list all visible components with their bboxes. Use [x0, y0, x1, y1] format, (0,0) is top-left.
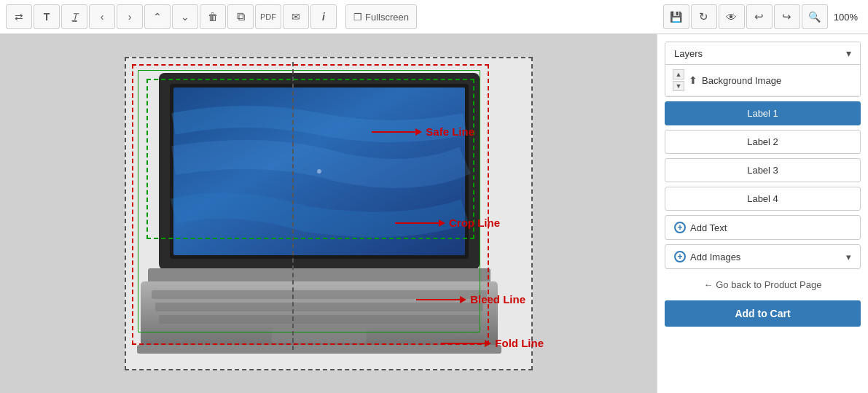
right-panel: Layers ▾ ▲ ▼ ⬆ Background Image Label 1 [657, 34, 868, 393]
bleed-line-annotation: Bleed Line [416, 293, 525, 306]
save-button[interactable]: 💾 [663, 4, 689, 29]
svg-rect-9 [272, 327, 367, 343]
arrow-down-button[interactable]: ⌄ [172, 4, 198, 29]
add-images-left: + Add Images [674, 251, 740, 262]
go-back-link[interactable]: ← Go back to Product Page [665, 273, 861, 296]
svg-rect-4 [148, 268, 490, 283]
redo-button[interactable]: ↪ [774, 4, 800, 29]
add-text-label: Add Text [690, 222, 727, 233]
fullscreen-icon: ❐ [353, 12, 362, 23]
fullscreen-label: Fullscreen [365, 12, 409, 23]
add-images-icon: + [674, 251, 686, 262]
info-button[interactable]: i [310, 4, 337, 29]
add-images-button[interactable]: + Add Images ▾ [665, 244, 861, 269]
main-area: Safe Line Crop Line Bleed Line Fold Line [0, 34, 868, 393]
label2-button[interactable]: Label 2 [665, 130, 861, 154]
preview-button[interactable]: 👁 [719, 4, 745, 29]
add-text-icon: + [674, 222, 686, 233]
delete-button[interactable]: 🗑 [200, 4, 226, 29]
add-to-cart-button[interactable]: Add to Cart [665, 300, 861, 327]
fold-line-annotation: Fold Line [441, 337, 544, 349]
toolbar: ⇄ T T̲ ‹ › ⌃ ⌄ 🗑 ⧉ PDF ✉ i ❐ Fullscreen … [0, 0, 868, 34]
svg-point-3 [317, 169, 321, 174]
bleed-line-label: Bleed Line [470, 293, 525, 306]
layers-header-label: Layers [674, 48, 703, 59]
safe-line-annotation: Safe Line [372, 125, 474, 138]
add-text-left: + Add Text [674, 222, 727, 233]
crop-line-arrow-line [395, 222, 439, 224]
copy-button[interactable]: ⧉ [227, 4, 254, 29]
add-images-label: Add Images [690, 252, 740, 262]
arrow-up-button[interactable]: ⌃ [144, 4, 171, 29]
crop-line-annotation: Crop Line [395, 217, 500, 229]
safe-line-label: Safe Line [426, 125, 474, 138]
layers-chevron-icon: ▾ [846, 47, 851, 59]
bleed-line-arrowhead [460, 296, 466, 303]
fullscreen-button[interactable]: ❐ Fullscreen [345, 4, 417, 29]
layers-header[interactable]: Layers ▾ [665, 42, 860, 65]
go-back-arrow-icon: ← [704, 279, 716, 290]
fold-line-label: Fold Line [495, 337, 544, 349]
canvas-area[interactable]: Safe Line Crop Line Bleed Line Fold Line [0, 34, 657, 393]
refresh-button[interactable]: ↻ [691, 4, 717, 29]
arrow-right-button[interactable]: › [117, 4, 143, 29]
canvas-container[interactable] [125, 57, 533, 370]
layer-arrows: ▲ ▼ [673, 69, 684, 91]
add-text-button[interactable]: + Add Text [665, 215, 861, 240]
safe-line-arrowhead [415, 128, 422, 136]
go-back-label: Go back to Product Page [716, 279, 821, 290]
layer-background-label: Background Image [702, 75, 781, 86]
arrow-left-button[interactable]: ‹ [89, 4, 115, 29]
label1-button[interactable]: Label 1 [665, 101, 861, 125]
app-container: ⇄ T T̲ ‹ › ⌃ ⌄ 🗑 ⧉ PDF ✉ i ❐ Fullscreen … [0, 0, 868, 393]
zoom-level: 100% [829, 12, 862, 23]
layer-upload-icon: ⬆ [689, 74, 697, 86]
layers-content: ▲ ▼ ⬆ Background Image [665, 65, 860, 96]
text-button[interactable]: T [34, 4, 60, 29]
toolbar-right: 💾 ↻ 👁 ↩ ↪ 🔍 100% [663, 4, 862, 29]
safe-line-arrow-line [372, 131, 415, 133]
svg-rect-8 [159, 315, 480, 324]
label3-button[interactable]: Label 3 [665, 158, 861, 182]
bleed-line-arrow-line [416, 299, 460, 300]
crop-line-arrowhead [439, 219, 445, 227]
laptop-image [137, 66, 501, 357]
fold-line-arrowhead [485, 340, 491, 347]
crop-line-label: Crop Line [449, 217, 500, 229]
layers-section: Layers ▾ ▲ ▼ ⬆ Background Image [665, 42, 861, 97]
zoom-button[interactable]: 🔍 [802, 4, 828, 29]
layer-down-button[interactable]: ▼ [673, 81, 684, 91]
label4-button[interactable]: Label 4 [665, 187, 861, 211]
pdf-button[interactable]: PDF [255, 4, 281, 29]
email-button[interactable]: ✉ [283, 4, 309, 29]
shuffle-button[interactable]: ⇄ [6, 4, 32, 29]
fold-line-arrow-line [441, 343, 485, 344]
layer-item-background[interactable]: ▲ ▼ ⬆ Background Image [665, 65, 860, 96]
add-images-chevron-icon: ▾ [846, 252, 851, 262]
text-italic-button[interactable]: T̲ [61, 4, 87, 29]
undo-button[interactable]: ↩ [746, 4, 773, 29]
layer-up-button[interactable]: ▲ [673, 69, 684, 79]
